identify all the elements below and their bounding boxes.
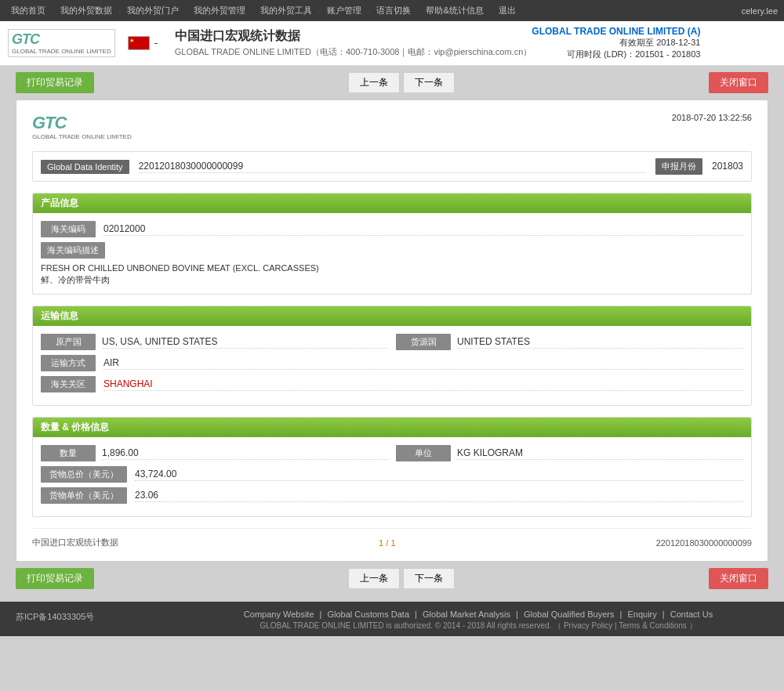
icp-number: 苏ICP备14033305号: [16, 606, 110, 623]
company-name: GLOBAL TRADE ONLINE LIMITED (A): [532, 26, 700, 37]
identity-row: Global Data Identity 2201201803000000009…: [32, 151, 752, 182]
footer-copyright: GLOBAL TRADE ONLINE LIMITED is authorize…: [188, 620, 768, 631]
qty-col: 数量 1,896.00: [41, 445, 388, 461]
origin-country-label: 原产国: [41, 334, 96, 350]
card-footer-id: 22012018030000000099: [656, 538, 752, 548]
hs-code-label: 海关编码: [41, 221, 96, 237]
nav-buttons: 上一条 下一条: [348, 72, 455, 93]
nav-home[interactable]: 我的首页: [6, 3, 50, 18]
customs-area-row: 海关关区 SHANGHAI: [41, 376, 743, 393]
header-subtitle: GLOBAL TRADE ONLINE LIMITED（电话：400-710-3…: [175, 46, 532, 58]
bottom-nav-buttons: 上一条 下一条: [348, 568, 455, 589]
flag-separator: [154, 43, 158, 44]
record-card: GTC GLOBAL TRADE ONLINE LIMITED 2018-07-…: [16, 99, 768, 562]
footer-link-contact[interactable]: Contact Us: [670, 610, 713, 619]
hs-desc-label: 海关编码描述: [41, 242, 105, 259]
customs-area-value: SHANGHAI: [103, 378, 743, 391]
prev-button[interactable]: 上一条: [348, 72, 400, 93]
nav-account[interactable]: 账户管理: [322, 3, 366, 18]
total-price-row: 货物总价（美元） 43,724.00: [41, 466, 743, 483]
nav-management[interactable]: 我的外贸管理: [189, 3, 250, 18]
transport-mode-label: 运输方式: [41, 355, 96, 371]
page-title: 中国进口宏观统计数据: [175, 28, 532, 45]
unit-price-row: 货物单价（美元） 23.06: [41, 487, 743, 504]
next-button[interactable]: 下一条: [403, 72, 455, 93]
close-window-button[interactable]: 关闭窗口: [709, 72, 768, 93]
header-title-area: 中国进口宏观统计数据 GLOBAL TRADE ONLINE LIMITED（电…: [175, 28, 532, 58]
product-section-title: 产品信息: [33, 194, 751, 213]
source-country-value: UNITED STATES: [457, 336, 743, 349]
hs-desc-row: 海关编码描述: [41, 242, 743, 259]
desc-cn: 鲜、冷的带骨牛肉: [41, 274, 743, 286]
ldr-info: 可用时段 (LDR)：201501 - 201803: [532, 49, 700, 60]
top-navigation: 我的首页 · 我的外贸数据 · 我的外贸门户 · 我的外贸管理 · 我的外贸工具…: [0, 0, 784, 21]
nav-logout[interactable]: 退出: [494, 3, 521, 18]
content-area: 打印贸易记录 上一条 下一条 关闭窗口 GTC GLOBAL TRADE ONL…: [0, 66, 784, 602]
total-price-value: 43,724.00: [135, 469, 743, 481]
nav-language[interactable]: 语言切换: [372, 3, 416, 18]
card-footer-page: 1 / 1: [379, 538, 395, 548]
footer-link-market[interactable]: Global Market Analysis: [423, 610, 510, 619]
print-button[interactable]: 打印贸易记录: [16, 72, 94, 93]
identity-label: Global Data Identity: [41, 160, 129, 174]
origin-country-value: US, USA, UNITED STATES: [102, 336, 388, 349]
unit-col: 单位 KG KILOGRAM: [396, 445, 743, 461]
transport-mode-value: AIR: [103, 357, 743, 370]
nav-help[interactable]: 帮助&统计信息: [421, 3, 488, 18]
unit-price-label: 货物单价（美元）: [41, 487, 127, 504]
card-header: GTC GLOBAL TRADE ONLINE LIMITED 2018-07-…: [32, 113, 752, 140]
top-toolbar: 打印贸易记录 上一条 下一条 关闭窗口: [16, 72, 768, 93]
logo-area: GTC GLOBAL TRADE ONLINE LIMITED 中国进口宏观统计…: [8, 28, 532, 58]
total-price-label: 货物总价（美元）: [41, 466, 127, 483]
source-col: 货源国 UNITED STATES: [396, 334, 743, 350]
logo-gto: GTC: [12, 31, 111, 48]
next-button-bottom[interactable]: 下一条: [403, 568, 455, 589]
footer-link-company[interactable]: Company Website: [244, 610, 314, 619]
footer-link-customs[interactable]: Global Customs Data: [328, 610, 410, 619]
prev-button-bottom[interactable]: 上一条: [348, 568, 400, 589]
header-bar: GTC GLOBAL TRADE ONLINE LIMITED 中国进口宏观统计…: [0, 21, 784, 66]
logo-subtitle: GLOBAL TRADE ONLINE LIMITED: [12, 48, 111, 55]
quantity-section-title: 数量 & 价格信息: [33, 418, 751, 437]
nav-tools[interactable]: 我的外贸工具: [256, 3, 317, 18]
record-timestamp: 2018-07-20 13:22:56: [672, 113, 752, 122]
product-section: 产品信息 海关编码 02012000 海关编码描述 FRESH OR CHILL…: [32, 193, 752, 295]
footer-link-enquiry[interactable]: Enquiry: [627, 610, 656, 619]
current-user: celery.lee: [742, 6, 778, 16]
customs-area-label: 海关关区: [41, 376, 96, 393]
transport-section: 运输信息 原产国 US, USA, UNITED STATES 货源国 UNIT…: [32, 306, 752, 406]
transport-section-title: 运输信息: [33, 306, 751, 326]
hs-code-value: 02012000: [103, 223, 743, 236]
footer-links: Company Website | Global Customs Data | …: [188, 606, 768, 620]
header-right-info: GLOBAL TRADE ONLINE LIMITED (A) 有效期至 201…: [532, 26, 700, 60]
qty-unit-row: 数量 1,896.00 单位 KG KILOGRAM: [41, 445, 743, 461]
footer-link-buyers[interactable]: Global Qualified Buyers: [524, 610, 615, 619]
hs-code-row: 海关编码 02012000: [41, 221, 743, 237]
source-country-label: 货源国: [396, 334, 451, 350]
quantity-value: 1,896.00: [102, 447, 388, 460]
card-footer-title: 中国进口宏观统计数据: [32, 537, 118, 548]
month-value: 201803: [712, 161, 743, 172]
unit-value: KG KILOGRAM: [457, 447, 743, 460]
logo-box: GTC GLOBAL TRADE ONLINE LIMITED: [8, 29, 115, 57]
origin-col: 原产国 US, USA, UNITED STATES: [41, 334, 388, 350]
print-button-bottom[interactable]: 打印贸易记录: [16, 568, 94, 589]
card-footer: 中国进口宏观统计数据 1 / 1 22012018030000000099: [32, 528, 752, 548]
close-window-button-bottom[interactable]: 关闭窗口: [709, 568, 768, 589]
nav-items: 我的首页 · 我的外贸数据 · 我的外贸门户 · 我的外贸管理 · 我的外贸工具…: [6, 3, 521, 18]
validity-info: 有效期至 2018-12-31: [532, 37, 700, 49]
quantity-section: 数量 & 价格信息 数量 1,896.00 单位 KG KILOGRAM 货物总…: [32, 417, 752, 517]
footer-bar: 苏ICP备14033305号 Company Website | Global …: [0, 602, 784, 636]
desc-en: FRESH OR CHILLED UNBONED BOVINE MEAT (EX…: [41, 263, 743, 273]
unit-label: 单位: [396, 445, 451, 461]
origin-source-row: 原产国 US, USA, UNITED STATES 货源国 UNITED ST…: [41, 334, 743, 350]
nav-portal[interactable]: 我的外贸门户: [122, 3, 183, 18]
quantity-label: 数量: [41, 445, 96, 461]
card-logo: GTC GLOBAL TRADE ONLINE LIMITED: [32, 113, 132, 140]
china-flag: [128, 36, 150, 50]
identity-value: 22012018030000000099: [139, 161, 646, 173]
bottom-toolbar: 打印贸易记录 上一条 下一条 关闭窗口: [16, 568, 768, 589]
nav-trade-data[interactable]: 我的外贸数据: [56, 3, 117, 18]
unit-price-value: 23.06: [135, 490, 743, 502]
transport-mode-row: 运输方式 AIR: [41, 355, 743, 371]
